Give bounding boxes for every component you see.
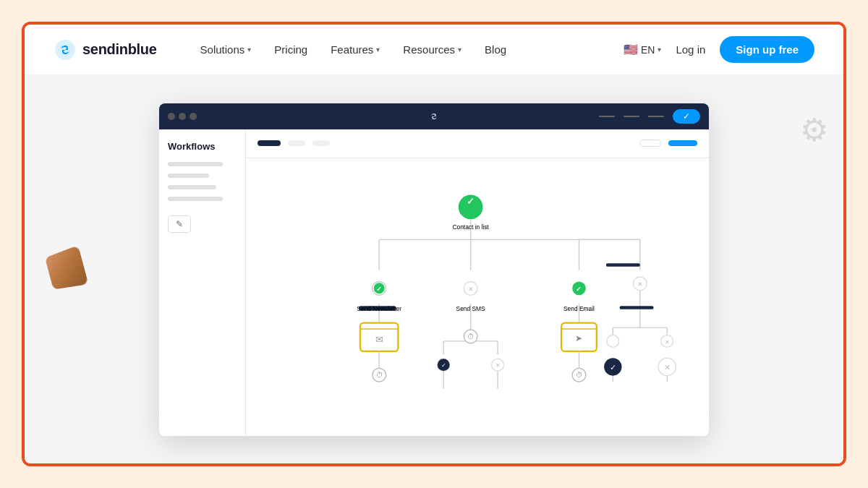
toolbar-tab[interactable] [312, 140, 330, 146]
nav-right: 🇺🇸 EN ▾ Log in Sign up free [624, 36, 814, 63]
svg-text:✉: ✉ [375, 333, 383, 344]
toolbar-tab-active[interactable] [258, 140, 281, 146]
win-ctrl-close[interactable] [168, 113, 175, 120]
deco-cube [46, 252, 82, 288]
toolbar-tab[interactable] [288, 140, 305, 146]
sidebar-edit-button[interactable]: ✎ [168, 215, 191, 233]
window-body: Workflows ✎ [159, 129, 709, 436]
chevron-down-icon: ▾ [376, 46, 380, 53]
svg-text:➤: ➤ [575, 333, 582, 343]
sidebar-item [168, 185, 216, 189]
win-action-line [624, 116, 639, 117]
chevron-down-icon: ▾ [658, 46, 661, 53]
chevron-down-icon: ▾ [458, 46, 461, 53]
win-action-confirm[interactable]: ✓ [673, 109, 700, 124]
svg-text:Send Email: Send Email [563, 304, 595, 312]
logo-text: sendinblue [82, 41, 157, 58]
sidebar-item [168, 197, 223, 201]
chevron-down-icon: ▾ [247, 46, 251, 53]
main-content: ⚙ [25, 75, 843, 463]
svg-text:⏱: ⏱ [467, 333, 474, 341]
nav-pricing[interactable]: Pricing [274, 43, 307, 56]
svg-text:⏱: ⏱ [376, 372, 383, 379]
toolbar-button-outline[interactable] [639, 140, 661, 147]
svg-text:Send Newsletter: Send Newsletter [357, 304, 401, 312]
svg-text:✓: ✓ [441, 361, 446, 369]
lang-selector[interactable]: 🇺🇸 EN ▾ [624, 43, 661, 56]
workflow-area: ✓ Contact in list ✓ Send Newsletter [246, 129, 709, 436]
logo[interactable]: sendinblue [54, 38, 157, 61]
window-actions: ✓ [599, 109, 700, 124]
signup-button[interactable]: Sign up free [720, 36, 814, 63]
svg-text:⏱: ⏱ [576, 372, 582, 379]
app-window: ✓ Workflows ✎ [159, 103, 709, 436]
flag-icon: 🇺🇸 [624, 43, 638, 56]
svg-text:✕: ✕ [468, 285, 474, 292]
login-button[interactable]: Log in [676, 43, 705, 56]
nav-solutions[interactable]: Solutions ▾ [200, 43, 252, 56]
svg-rect-22 [606, 263, 640, 267]
svg-text:✕: ✕ [664, 363, 671, 372]
svg-text:✓: ✓ [610, 363, 616, 372]
navbar: sendinblue Solutions ▾ Pricing Features … [25, 25, 843, 75]
win-ctrl-min[interactable] [179, 113, 186, 120]
svg-text:Contact in list: Contact in list [452, 223, 489, 231]
sidebar-item [168, 174, 209, 178]
workflow-svg: ✓ Contact in list ✓ Send Newsletter [246, 158, 709, 436]
svg-text:✓: ✓ [467, 195, 475, 206]
check-icon: ✓ [683, 111, 690, 121]
svg-text:✓: ✓ [576, 285, 582, 292]
pencil-icon: ✎ [176, 219, 183, 229]
win-ctrl-max[interactable] [190, 113, 197, 120]
sidebar-title: Workflows [168, 141, 237, 152]
deco-gear: ⚙ [800, 111, 836, 147]
workflow-canvas[interactable]: ✓ Contact in list ✓ Send Newsletter [246, 158, 709, 436]
svg-rect-68 [620, 306, 654, 309]
svg-text:✕: ✕ [637, 281, 643, 288]
nav-links: Solutions ▾ Pricing Features ▾ Resources… [200, 43, 624, 56]
nav-resources[interactable]: Resources ▾ [403, 43, 461, 56]
sidebar-item [168, 162, 223, 166]
win-action-line [599, 116, 615, 117]
svg-text:✓: ✓ [376, 285, 382, 292]
window-controls [168, 113, 197, 120]
sidebar: Workflows ✎ [159, 129, 246, 436]
svg-text:Send SMS: Send SMS [456, 304, 486, 312]
nav-blog[interactable]: Blog [485, 43, 506, 56]
svg-text:✕: ✕ [495, 361, 501, 369]
svg-point-61 [607, 335, 619, 347]
svg-text:✕: ✕ [665, 338, 670, 345]
titlebar-logo [426, 108, 442, 124]
window-titlebar: ✓ [159, 103, 709, 129]
workflow-toolbar [246, 129, 709, 158]
win-action-line [648, 116, 664, 117]
nav-features[interactable]: Features ▾ [331, 43, 380, 56]
toolbar-button-blue[interactable] [668, 140, 697, 146]
